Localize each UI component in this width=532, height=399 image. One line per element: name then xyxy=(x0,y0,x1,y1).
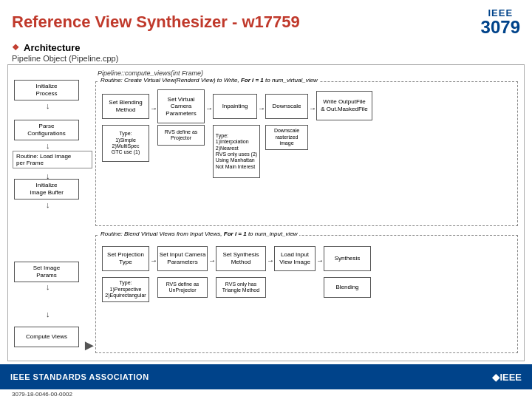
type-simple-label: Type:1)Simple2)MultiSpecGTC use (1) xyxy=(112,131,140,156)
rvs-projector-label: RVS define asProjector xyxy=(165,129,198,142)
synthesis-label: Synthesis xyxy=(335,255,361,262)
type-interp-box: Type:1)Interpolation2)NearestRVS only us… xyxy=(213,125,260,178)
virtual-view-label: Routine: Create Virtual View(Renderd Vie… xyxy=(99,77,319,83)
downscale-label: Downscale xyxy=(272,103,301,110)
load-input-label: Load InputView Image xyxy=(279,251,310,265)
inpainting-box: Inpainting xyxy=(213,94,257,119)
set-image-params-label: Set ImageParams xyxy=(33,265,60,279)
page-title: Reference View Synthesizer - w17759 xyxy=(12,13,300,32)
down-arrow-5: ↓ xyxy=(46,282,50,291)
type-interp-label: Type:1)Interpolation2)NearestRVS only us… xyxy=(214,132,259,171)
downscale-box: Downscale xyxy=(265,94,308,119)
arrow7: → xyxy=(267,256,274,265)
compute-label: Pipeline::compute_views(int Frame) xyxy=(98,69,203,77)
init-image-buffer-label: InitializeImage Buffer xyxy=(30,182,64,196)
type-persp-box: Type:1)Perspective2)Equirectangular xyxy=(102,277,149,302)
header: Reference View Synthesizer - w17759 IEEE… xyxy=(0,0,532,41)
blending-box: Blending xyxy=(324,277,371,298)
compute-views-box: Compute Views xyxy=(14,327,79,347)
doc-number: 3079-18-0046-00-0002 xyxy=(0,389,532,399)
compute-views-label: Compute Views xyxy=(26,333,67,341)
down-arrow-3: ↓ xyxy=(46,171,50,180)
downscale-note-label: Downscale rasterizedimage xyxy=(266,128,307,146)
arrow4: → xyxy=(309,104,316,112)
arch-label-text: Architecture xyxy=(24,42,81,53)
ieee-logo: IEEE 3079 xyxy=(481,7,520,36)
pipeline-label: Pipeline Object (Pipeline.cpp) xyxy=(0,53,532,64)
parse-config-box: ParseConfigurations xyxy=(14,120,79,140)
footer-ieee-logo: ◆IEEE xyxy=(492,372,522,383)
parse-config-label: ParseConfigurations xyxy=(27,123,66,137)
set-blending-label: Set BlendingMethod xyxy=(109,99,142,113)
write-output-box: Write OutputFile& Out.MaskedFile xyxy=(316,91,372,120)
routine-load-label: Routine: Load Imageper Frame xyxy=(16,153,71,166)
synthesis-box: Synthesis xyxy=(324,246,371,271)
set-input-camera-label: Set Input CameraParameters xyxy=(160,251,206,265)
rvs-unprojector-label: RVS define asUnProjector xyxy=(166,282,200,294)
set-image-params-box: Set ImageParams xyxy=(14,262,79,282)
set-projection-label: Set ProjectionType xyxy=(107,251,144,265)
inpainting-label: Inpainting xyxy=(222,103,248,110)
virtual-view-section: Routine: Create Virtual View(Renderd Vie… xyxy=(95,81,518,226)
set-virtual-camera-label: Set VirtualCameraParameters xyxy=(166,96,196,117)
blending-label: Blending xyxy=(335,284,358,291)
set-blending-box: Set BlendingMethod xyxy=(102,94,149,119)
arrow8: → xyxy=(316,256,324,265)
arrow2: → xyxy=(205,104,213,112)
set-synthesis-label: Set SynthesisMethod xyxy=(223,251,259,265)
rvs-triangle-box: RVS only hasTriangle Method xyxy=(216,277,266,298)
downscale-note-box: Downscale rasterizedimage xyxy=(265,125,308,150)
arrow1: → xyxy=(150,104,157,112)
big-arrow: ► xyxy=(82,337,97,354)
down-arrow-6: ↓ xyxy=(46,310,50,318)
type-persp-label: Type:1)Perspective2)Equirectangular xyxy=(105,280,146,299)
slide: Reference View Synthesizer - w17759 IEEE… xyxy=(0,0,532,399)
diagram-area: Pipeline::compute_views(int Frame) Initi… xyxy=(7,64,525,361)
blend-label: Routine: Blend Virtual Views from Input … xyxy=(99,231,299,237)
arrow6: → xyxy=(208,256,216,265)
arch-label: Architecture xyxy=(0,41,532,53)
init-image-buffer-box: InitializeImage Buffer xyxy=(14,179,79,200)
initialize-process-label: InitializeProcess xyxy=(36,83,58,97)
set-projection-box: Set ProjectionType xyxy=(102,246,149,271)
footer: IEEE STANDARDS ASSOCIATION ◆IEEE xyxy=(0,364,532,389)
blend-section: Routine: Blend Virtual Views from Input … xyxy=(95,235,518,353)
rvs-unprojector-box: RVS define asUnProjector xyxy=(157,277,208,298)
footer-association-text: IEEE STANDARDS ASSOCIATION xyxy=(10,372,149,381)
down-arrow-1: ↓ xyxy=(46,101,50,110)
write-output-label: Write OutputFile& Out.MaskedFile xyxy=(321,98,368,112)
routine-load-box: Routine: Load Imageper Frame xyxy=(13,151,92,168)
rvs-triangle-label: RVS only hasTriangle Method xyxy=(222,282,259,294)
set-virtual-camera-box: Set VirtualCameraParameters xyxy=(157,89,205,123)
set-input-camera-box: Set Input CameraParameters xyxy=(157,246,208,271)
down-arrow-2: ↓ xyxy=(46,141,50,150)
down-arrow-4: ↓ xyxy=(46,200,50,209)
set-synthesis-box: Set SynthesisMethod xyxy=(216,246,266,271)
rvs-projector-box: RVS define asProjector xyxy=(157,125,205,146)
arrow3: → xyxy=(258,104,265,112)
load-input-box: Load InputView Image xyxy=(274,246,316,271)
ieee-num: 3079 xyxy=(481,18,520,36)
type-simple-box: Type:1)Simple2)MultiSpecGTC use (1) xyxy=(102,125,149,162)
arrow5: → xyxy=(150,256,157,265)
initialize-process-box: InitializeProcess xyxy=(14,80,79,100)
